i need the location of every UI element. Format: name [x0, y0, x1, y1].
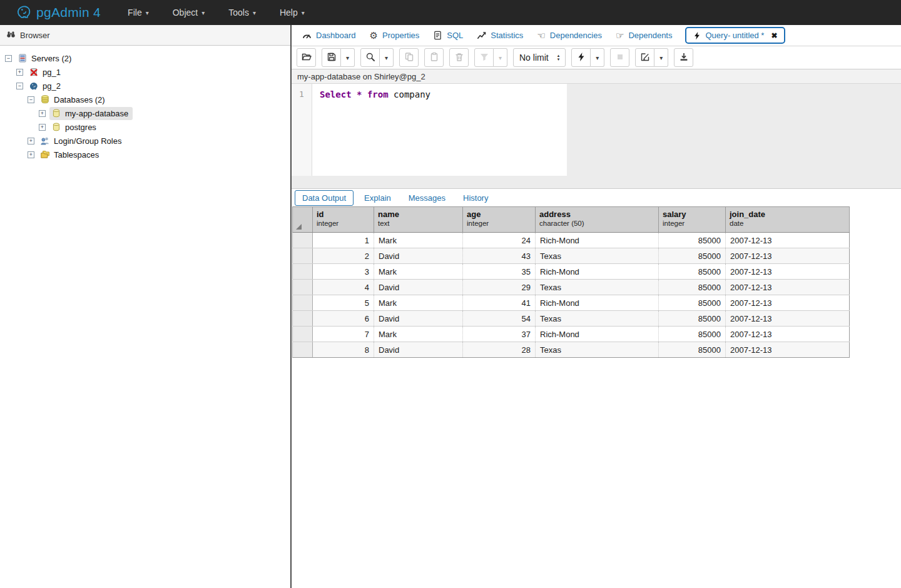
search-button[interactable] [360, 48, 380, 67]
expand-expander-icon[interactable]: + [16, 69, 23, 76]
cell-salary[interactable]: 85000 [659, 264, 726, 279]
execute-button[interactable] [571, 48, 591, 67]
cell-age[interactable]: 28 [463, 342, 536, 357]
collapse-expander-icon[interactable]: − [16, 83, 23, 89]
tree-item-login-group-roles[interactable]: +Login/Group Roles [0, 134, 290, 148]
cell-name[interactable]: David [374, 311, 463, 326]
cell-age[interactable]: 41 [463, 295, 536, 310]
cell-id[interactable]: 1 [313, 233, 374, 248]
caret-down-icon[interactable]: ▾ [341, 48, 355, 67]
cell-name[interactable]: David [374, 342, 463, 357]
caret-down-icon[interactable]: ▾ [494, 48, 507, 67]
cell-id[interactable]: 3 [313, 264, 374, 279]
output-tab-data-output[interactable]: Data Output [295, 190, 354, 206]
tab-query-untitled[interactable]: Query- untitled *✖ [685, 27, 785, 44]
cell-age[interactable]: 54 [463, 311, 536, 326]
column-header-salary[interactable]: salaryinteger [659, 207, 726, 232]
cell-id[interactable]: 4 [313, 280, 374, 295]
cell-join-date[interactable]: 2007-12-13 [726, 264, 850, 279]
cell-join-date[interactable]: 2007-12-13 [726, 327, 850, 342]
tab-dashboard[interactable]: Dashboard [297, 31, 361, 40]
menu-file[interactable]: File▾ [116, 0, 161, 25]
cell-address[interactable]: Rich-Mond [536, 295, 659, 310]
cell-join-date[interactable]: 2007-12-13 [726, 311, 850, 326]
cell-address[interactable]: Rich-Mond [536, 264, 659, 279]
tab-sql[interactable]: SQL [428, 31, 468, 40]
cell-salary[interactable]: 85000 [659, 295, 726, 310]
tab-dependencies[interactable]: ☜Dependencies [532, 31, 607, 40]
cell-name[interactable]: Mark [374, 327, 463, 342]
tree-item-tablespaces[interactable]: +Tablespaces [0, 148, 290, 161]
cell-salary[interactable]: 85000 [659, 327, 726, 342]
tree-item-postgres[interactable]: +postgres [0, 120, 290, 134]
cell-join-date[interactable]: 2007-12-13 [726, 233, 850, 248]
collapse-expander-icon[interactable]: − [5, 55, 12, 62]
cell-salary[interactable]: 85000 [659, 342, 726, 357]
tab-properties[interactable]: ⚙Properties [365, 31, 425, 40]
cell-age[interactable]: 43 [463, 248, 536, 263]
cell-id[interactable]: 8 [313, 342, 374, 357]
sql-editor[interactable]: 1 Select * from company [292, 84, 901, 189]
cell-age[interactable]: 24 [463, 233, 536, 248]
menu-object[interactable]: Object▾ [161, 0, 217, 25]
cell-salary[interactable]: 85000 [659, 233, 726, 248]
output-tab-messages[interactable]: Messages [402, 191, 452, 205]
cell-id[interactable]: 5 [313, 295, 374, 310]
output-tab-history[interactable]: History [456, 191, 495, 205]
cell-address[interactable]: Texas [536, 342, 659, 357]
cell-age[interactable]: 35 [463, 264, 536, 279]
close-tab-icon[interactable]: ✖ [771, 31, 777, 40]
row-selector-cell[interactable] [292, 280, 313, 295]
tree-item-my-app-database[interactable]: +my-app-database [0, 106, 290, 120]
download-button[interactable] [674, 48, 693, 67]
cell-address[interactable]: Texas [536, 248, 659, 263]
row-selector-cell[interactable] [292, 248, 313, 263]
cell-address[interactable]: Rich-Mond [536, 327, 659, 342]
cell-salary[interactable]: 85000 [659, 311, 726, 326]
column-header-age[interactable]: ageinteger [463, 207, 536, 232]
menu-help[interactable]: Help▾ [268, 0, 317, 25]
row-selector-cell[interactable] [292, 311, 313, 326]
paste-button[interactable] [424, 48, 444, 67]
caret-down-icon[interactable]: ▾ [380, 48, 394, 67]
tree-item-databases-2[interactable]: −Databases (2) [0, 93, 290, 106]
expand-expander-icon[interactable]: + [28, 151, 34, 158]
stop-button[interactable] [610, 48, 629, 67]
tab-dependents[interactable]: ☞Dependents [611, 31, 678, 40]
cell-id[interactable]: 6 [313, 311, 374, 326]
caret-down-icon[interactable]: ▾ [654, 48, 668, 67]
cell-name[interactable]: Mark [374, 233, 463, 248]
select-all-cell[interactable] [292, 207, 313, 232]
row-selector-cell[interactable] [292, 264, 313, 279]
tree-item-pg-2[interactable]: −pg_2 [0, 79, 290, 93]
cell-join-date[interactable]: 2007-12-13 [726, 295, 850, 310]
cell-address[interactable]: Texas [536, 311, 659, 326]
sql-code-line[interactable]: Select * from company [312, 84, 430, 176]
output-tab-explain[interactable]: Explain [357, 191, 398, 205]
save-button[interactable] [322, 48, 341, 67]
edit-button[interactable] [635, 48, 654, 67]
cell-join-date[interactable]: 2007-12-13 [726, 280, 850, 295]
row-selector-cell[interactable] [292, 295, 313, 310]
cell-address[interactable]: Rich-Mond [536, 233, 659, 248]
expand-expander-icon[interactable]: + [39, 110, 46, 117]
tree-item-pg-1[interactable]: +pg_1 [0, 65, 290, 79]
cell-id[interactable]: 7 [313, 327, 374, 342]
column-header-join-date[interactable]: join_datedate [726, 207, 850, 232]
open-file-button[interactable] [297, 48, 316, 67]
column-header-address[interactable]: addresscharacter (50) [536, 207, 659, 232]
cell-name[interactable]: Mark [374, 295, 463, 310]
cell-name[interactable]: David [374, 280, 463, 295]
expand-expander-icon[interactable]: + [39, 124, 46, 131]
cell-join-date[interactable]: 2007-12-13 [726, 248, 850, 263]
caret-down-icon[interactable]: ▾ [591, 48, 604, 67]
cell-name[interactable]: David [374, 248, 463, 263]
tree-item-servers-2[interactable]: −Servers (2) [0, 51, 290, 65]
cell-name[interactable]: Mark [374, 264, 463, 279]
cell-salary[interactable]: 85000 [659, 248, 726, 263]
copy-button[interactable] [399, 48, 419, 67]
menu-tools[interactable]: Tools▾ [216, 0, 268, 25]
cell-id[interactable]: 2 [313, 248, 374, 263]
column-header-id[interactable]: idinteger [313, 207, 374, 232]
row-selector-cell[interactable] [292, 342, 313, 357]
